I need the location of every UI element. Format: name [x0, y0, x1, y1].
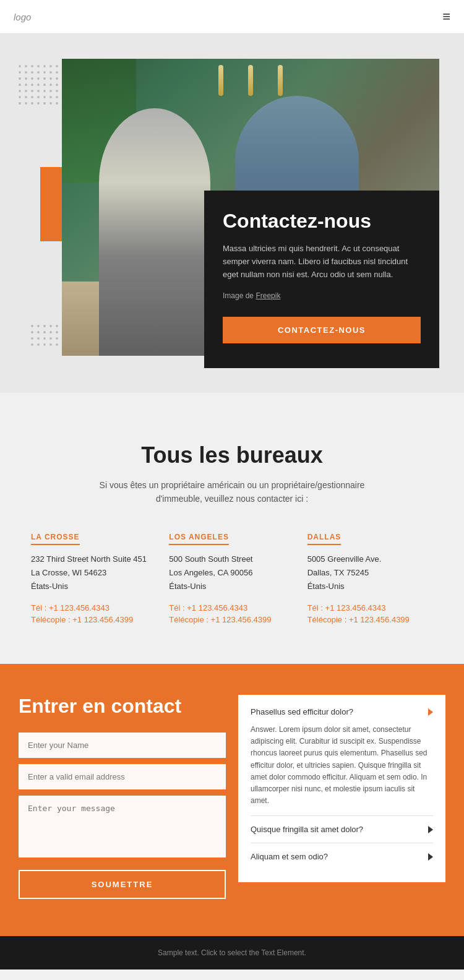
- hero-contact-card: Contactez-nous Massa ultricies mi quis h…: [204, 191, 439, 368]
- contact-section: Entrer en contact SOUMETTRE Phasellus se…: [0, 664, 464, 936]
- logo: logo: [14, 12, 31, 22]
- hero-cta-button[interactable]: CONTACTEZ-NOUS: [223, 317, 421, 343]
- faq-question-text-3: Aliquam et sem odio?: [251, 852, 328, 861]
- faq-question-3[interactable]: Aliquam et sem odio?: [251, 852, 433, 861]
- faq-arrow-1: [428, 708, 433, 716]
- office-los-angeles: LOS ANGELES 500 South South StreetLos An…: [169, 531, 294, 627]
- hero-title: Contactez-nous: [223, 209, 421, 233]
- faq-question-1[interactable]: Phasellus sed efficitur dolor?: [251, 707, 433, 716]
- faq-question-text-2: Quisque fringilla sit amet dolor?: [251, 825, 363, 834]
- submit-button[interactable]: SOUMETTRE: [19, 870, 226, 899]
- footer-text[interactable]: Sample text. Click to select the Text El…: [12, 948, 452, 957]
- contact-form-title: Entrer en contact: [19, 695, 226, 718]
- hero-description: Massa ultricies mi quis hendrerit. Ac ut…: [223, 243, 421, 281]
- faq-panel: Phasellus sed efficitur dolor? Answer. L…: [238, 695, 445, 899]
- office-city-la-crosse: LA CROSSE: [31, 533, 80, 545]
- office-city-dallas: DALLAS: [307, 533, 342, 545]
- footer: Sample text. Click to select the Text El…: [0, 936, 464, 969]
- freepik-link[interactable]: Freepik: [256, 291, 280, 300]
- office-tel-los-angeles: Tél : +1 123.456.4343: [169, 603, 294, 612]
- faq-item-1: Phasellus sed efficitur dolor? Answer. L…: [251, 707, 433, 816]
- hero-section: Contactez-nous Massa ultricies mi quis h…: [0, 34, 464, 393]
- office-tel-la-crosse: Tél : +1 123.456.4343: [31, 603, 157, 612]
- faq-answer-1: Answer. Lorem ipsum dolor sit amet, cons…: [251, 724, 433, 807]
- name-input[interactable]: [19, 733, 226, 758]
- office-la-crosse: LA CROSSE 232 Third Street North Suite 4…: [31, 531, 157, 627]
- offices-section: Tous les bureaux Si vous êtes un proprié…: [0, 393, 464, 664]
- image-credit: Image de Freepik: [223, 290, 421, 302]
- email-input[interactable]: [19, 764, 226, 789]
- faq-arrow-3: [428, 853, 433, 861]
- menu-icon[interactable]: ≡: [442, 9, 450, 25]
- offices-subtitle: Si vous êtes un propriétaire américain o…: [77, 478, 387, 506]
- office-dallas: DALLAS 5005 Greenville Ave.Dallas, TX 75…: [307, 531, 433, 627]
- dots-decoration-topleft: [19, 65, 62, 108]
- faq-item-2: Quisque fringilla sit amet dolor?: [251, 816, 433, 843]
- faq-item-3: Aliquam et sem odio?: [251, 843, 433, 870]
- office-fax-los-angeles: Télécopie : +1 123.456.4399: [169, 615, 294, 624]
- office-address-los-angeles: 500 South South StreetLos Angeles, CA 90…: [169, 552, 294, 593]
- faq-box: Phasellus sed efficitur dolor? Answer. L…: [238, 695, 445, 882]
- faq-question-2[interactable]: Quisque fringilla sit amet dolor?: [251, 825, 433, 834]
- contact-form-panel: Entrer en contact SOUMETTRE: [19, 695, 226, 899]
- office-tel-dallas: Tél : +1 123.456.4343: [307, 603, 433, 612]
- office-city-los-angeles: LOS ANGELES: [169, 533, 229, 545]
- office-address-dallas: 5005 Greenville Ave.Dallas, TX 75245État…: [307, 552, 433, 593]
- faq-arrow-2: [428, 826, 433, 833]
- message-input[interactable]: [19, 796, 226, 858]
- office-fax-la-crosse: Télécopie : +1 123.456.4399: [31, 615, 157, 624]
- header: logo ≡: [0, 0, 464, 34]
- office-address-la-crosse: 232 Third Street North Suite 451La Cross…: [31, 552, 157, 593]
- offices-title: Tous les bureaux: [31, 442, 433, 468]
- office-fax-dallas: Télécopie : +1 123.456.4399: [307, 615, 433, 624]
- faq-question-text-1: Phasellus sed efficitur dolor?: [251, 707, 353, 716]
- offices-grid: LA CROSSE 232 Third Street North Suite 4…: [31, 531, 433, 627]
